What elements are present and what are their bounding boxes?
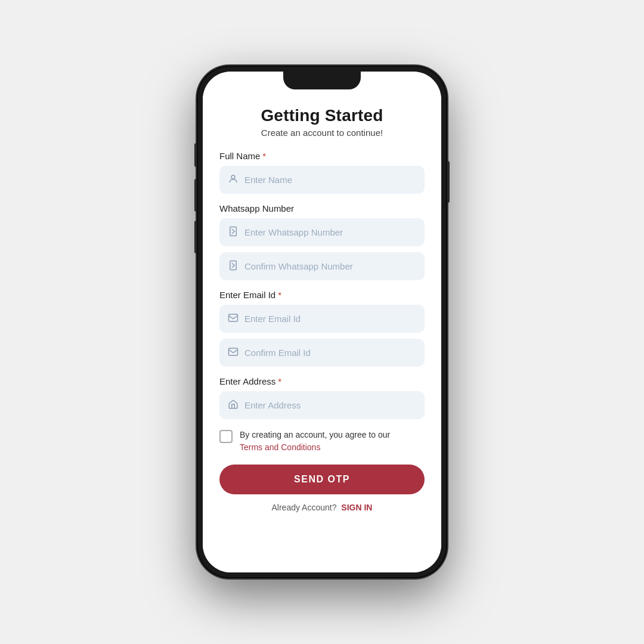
email-input[interactable]	[244, 314, 416, 324]
svg-point-0	[231, 175, 235, 179]
email-label: Enter Email Id *	[219, 290, 425, 300]
full-name-input-wrapper	[219, 166, 425, 194]
required-indicator: *	[262, 151, 266, 161]
volume-down-button	[194, 221, 197, 253]
confirm-email-input[interactable]	[244, 348, 416, 358]
page-title: Getting Started	[219, 106, 425, 125]
person-icon	[228, 174, 239, 186]
full-name-input[interactable]	[244, 175, 416, 185]
terms-text: By creating an account, you agree to our…	[240, 429, 390, 454]
phone-device: Getting Started Create an account to con…	[197, 66, 447, 578]
email-confirm-icon	[228, 346, 239, 359]
phone-icon	[228, 226, 239, 239]
email-icon	[228, 312, 239, 325]
whatsapp-number-input[interactable]	[244, 227, 416, 237]
whatsapp-input-wrapper	[219, 218, 425, 246]
sign-in-link[interactable]: SIGN IN	[341, 503, 372, 512]
whatsapp-group: Whatsapp Number	[219, 203, 425, 280]
svg-rect-3	[229, 314, 238, 321]
terms-checkbox[interactable]	[219, 430, 233, 443]
app-screen: Getting Started Create an account to con…	[203, 72, 441, 572]
already-account-text: Already Account?	[272, 503, 337, 512]
whatsapp-label: Whatsapp Number	[219, 203, 425, 213]
signin-row: Already Account? SIGN IN	[219, 503, 425, 512]
email-required-indicator: *	[278, 290, 281, 300]
svg-rect-2	[230, 261, 237, 270]
page-header: Getting Started Create an account to con…	[219, 100, 425, 138]
page-subtitle: Create an account to continue!	[219, 128, 425, 138]
phone-confirm-icon	[228, 260, 239, 273]
full-name-label: Full Name *	[219, 151, 425, 161]
svg-rect-1	[230, 227, 237, 236]
email-input-wrapper	[219, 305, 425, 333]
send-otp-button[interactable]: SEND OTP	[219, 465, 425, 494]
full-name-group: Full Name *	[219, 151, 425, 194]
confirm-email-input-wrapper	[219, 339, 425, 367]
address-input-wrapper	[219, 391, 425, 419]
phone-notch	[283, 72, 361, 89]
svg-rect-4	[229, 348, 238, 355]
confirm-whatsapp-input-wrapper	[219, 252, 425, 280]
address-input[interactable]	[244, 400, 416, 410]
email-group: Enter Email Id *	[219, 290, 425, 367]
confirm-whatsapp-input[interactable]	[244, 261, 416, 271]
address-required-indicator: *	[278, 376, 281, 386]
mute-button	[194, 143, 197, 167]
address-label: Enter Address *	[219, 376, 425, 386]
power-button	[447, 161, 450, 203]
volume-up-button	[194, 179, 197, 212]
phone-screen-area: Getting Started Create an account to con…	[203, 72, 441, 572]
address-group: Enter Address *	[219, 376, 425, 419]
terms-link[interactable]: Terms and Conditions	[240, 442, 320, 452]
address-icon	[228, 399, 239, 411]
terms-row: By creating an account, you agree to our…	[219, 429, 425, 454]
